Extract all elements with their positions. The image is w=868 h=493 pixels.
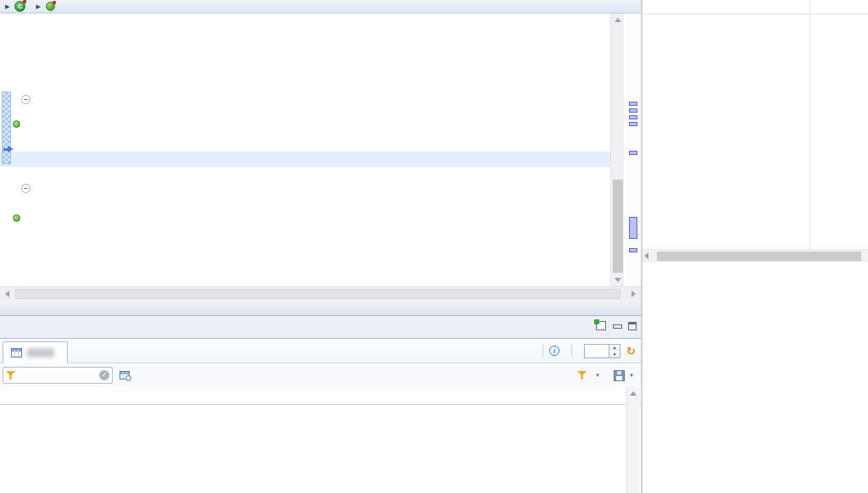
fold-collapse-icon[interactable]: [21, 95, 31, 104]
editor-page-tabs: [0, 300, 641, 315]
breadcrumb-expand-icon[interactable]: ▶: [5, 3, 9, 10]
scroll-right-icon[interactable]: [632, 291, 636, 297]
ruler-marker[interactable]: [629, 115, 637, 119]
ruler-marker[interactable]: [629, 217, 637, 239]
maximize-icon[interactable]: [628, 322, 637, 330]
ruler-marker[interactable]: [629, 108, 637, 113]
instruction-pointer-icon: [3, 146, 14, 153]
statement-marker-icon[interactable]: [13, 120, 20, 128]
scroll-left-icon[interactable]: [644, 252, 648, 259]
class-icon: [14, 1, 25, 12]
scrollbar-thumb[interactable]: [613, 180, 623, 273]
bottom-panel: ▲▼ ↻ + ▼ ▼: [0, 315, 641, 493]
scroll-up-icon[interactable]: [615, 18, 621, 22]
filter-funnel-icon: [6, 371, 15, 379]
ruler-marker[interactable]: [629, 122, 637, 126]
fold-collapse-icon[interactable]: [21, 184, 31, 193]
filter-input-box[interactable]: [3, 367, 113, 384]
scrollbar-thumb[interactable]: [15, 289, 620, 299]
grid-vertical-scrollbar[interactable]: [626, 387, 640, 493]
grid-header-row: [0, 387, 641, 405]
max-rows-stepper[interactable]: ▲▼: [609, 344, 620, 358]
variables-horizontal-scrollbar[interactable]: [643, 249, 868, 262]
stepper-down-icon[interactable]: ▼: [609, 351, 620, 357]
variables-header-row: [643, 0, 868, 14]
scroll-up-icon[interactable]: [630, 391, 637, 396]
redacted-text: [27, 348, 54, 357]
scrollbar-thumb[interactable]: [657, 252, 861, 261]
column-divider[interactable]: [810, 0, 810, 249]
minimize-icon[interactable]: [613, 322, 621, 330]
current-line-highlight: [0, 152, 610, 167]
info-icon: [549, 346, 559, 356]
scroll-left-icon[interactable]: [5, 291, 9, 297]
result-grid: [0, 387, 641, 493]
data-preview-toolbar: ▲▼ ↻: [0, 339, 641, 363]
statement-marker-icon[interactable]: [13, 214, 20, 222]
separator: [542, 345, 543, 357]
change-indicator-bar: [2, 91, 11, 164]
overview-ruler[interactable]: [626, 14, 641, 300]
breadcrumb: ▶ ▶: [0, 0, 641, 14]
query-result-icon: [120, 371, 130, 379]
save-dropdown-icon[interactable]: ▼: [629, 373, 634, 378]
adt-debugger-window: ▶ ▶: [0, 0, 868, 493]
data-preview-view: ▲▼ ↻ + ▼ ▼: [0, 338, 641, 493]
method-icon: [46, 2, 55, 11]
ruler-marker[interactable]: [629, 151, 637, 155]
add-filter-icon[interactable]: +: [577, 371, 587, 379]
apply-filter-icon[interactable]: [99, 370, 109, 380]
filter-toolbar: + ▼ ▼: [0, 363, 641, 387]
separator: [571, 345, 572, 357]
result-tab-lt-tmp-data[interactable]: [3, 341, 68, 363]
filter-input[interactable]: [19, 370, 96, 380]
view-tab-bar: [0, 316, 641, 338]
scroll-down-icon[interactable]: [615, 278, 621, 282]
refresh-icon[interactable]: ↻: [626, 346, 636, 357]
horizontal-scrollbar[interactable]: [0, 286, 641, 300]
code-editor[interactable]: [0, 14, 641, 300]
ruler-marker[interactable]: [629, 248, 637, 252]
stepper-up-icon[interactable]: ▲: [609, 345, 620, 352]
breadcrumb-separator-icon[interactable]: ▶: [36, 3, 40, 10]
table-icon: [11, 348, 22, 357]
variables-panel: [641, 0, 868, 493]
save-icon[interactable]: [614, 370, 625, 381]
vertical-scrollbar[interactable]: [610, 14, 624, 286]
restore-view-icon[interactable]: [596, 321, 606, 330]
max-rows-input[interactable]: [584, 344, 609, 358]
ruler-marker[interactable]: [629, 102, 637, 106]
add-filter-dropdown-icon[interactable]: ▼: [595, 373, 600, 378]
